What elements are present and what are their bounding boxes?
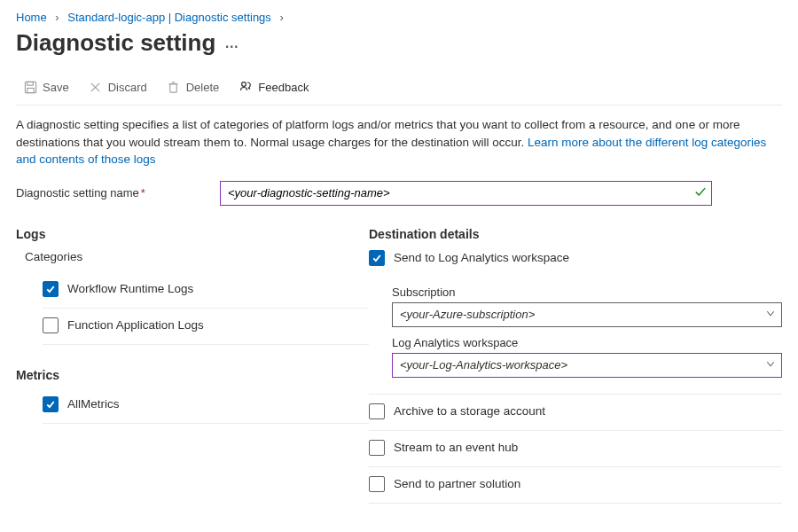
checkbox-send-law[interactable] (369, 250, 385, 266)
log-category-row[interactable]: Function Application Logs (43, 309, 369, 345)
page-title: Diagnostic setting … (16, 29, 782, 57)
valid-check-icon (694, 185, 707, 200)
workspace-select[interactable]: <your-Log-Analytics-workspace> (392, 353, 782, 378)
destination-row-archive[interactable]: Archive to a storage account (369, 395, 782, 431)
checkbox-function-app-logs[interactable] (43, 317, 59, 333)
log-category-row[interactable]: Workflow Runtime Logs (43, 272, 369, 309)
subscription-label: Subscription (392, 286, 782, 299)
delete-icon (167, 80, 181, 94)
subscription-select[interactable]: <your-Azure-subscription> (392, 302, 782, 327)
metrics-label: AllMetrics (67, 397, 120, 411)
metrics-row[interactable]: AllMetrics (43, 387, 369, 424)
toolbar: Save Discard Delete Feedback (16, 73, 782, 106)
feedback-button[interactable]: Feedback (231, 76, 316, 98)
page-title-text: Diagnostic setting (16, 29, 215, 57)
destination-row-law[interactable]: Send to Log Analytics workspace (369, 250, 782, 277)
svg-point-8 (242, 82, 246, 87)
breadcrumb-home[interactable]: Home (16, 11, 47, 24)
metrics-section-title: Metrics (16, 368, 369, 382)
chevron-down-icon (765, 358, 776, 372)
destination-label: Archive to a storage account (394, 404, 545, 418)
checkbox-workflow-runtime[interactable] (43, 281, 59, 297)
checkbox-partner[interactable] (369, 476, 385, 492)
discard-button[interactable]: Discard (82, 76, 154, 98)
ellipsis-icon[interactable]: … (224, 35, 240, 51)
log-category-label: Function Application Logs (67, 318, 204, 332)
diagnostic-name-input[interactable] (220, 181, 712, 206)
feedback-label: Feedback (258, 81, 309, 94)
categories-label: Categories (25, 250, 369, 263)
name-field-row: Diagnostic setting name* (16, 181, 782, 206)
svg-rect-1 (27, 82, 33, 85)
discard-label: Discard (108, 81, 147, 94)
checkbox-archive[interactable] (369, 403, 385, 419)
checkbox-stream[interactable] (369, 440, 385, 456)
feedback-icon (239, 80, 253, 94)
destination-label: Send to Log Analytics workspace (394, 251, 569, 264)
delete-button[interactable]: Delete (160, 76, 227, 98)
workspace-label: Log Analytics workspace (392, 336, 782, 349)
destination-section-title: Destination details (369, 227, 782, 241)
save-button[interactable]: Save (16, 76, 76, 98)
checkbox-allmetrics[interactable] (43, 396, 59, 412)
required-asterisk: * (141, 186, 145, 200)
workspace-value: <your-Log-Analytics-workspace> (400, 358, 567, 372)
breadcrumb: Home › Standard-logic-app | Diagnostic s… (16, 11, 782, 24)
subscription-value: <your-Azure-subscription> (400, 308, 535, 321)
svg-rect-5 (170, 83, 177, 91)
name-field-label: Diagnostic setting name* (16, 186, 220, 200)
destination-label: Stream to an event hub (394, 441, 518, 454)
breadcrumb-app[interactable]: Standard-logic-app | Diagnostic settings (67, 11, 271, 24)
save-label: Save (43, 81, 69, 94)
chevron-right-icon: › (279, 11, 283, 24)
svg-rect-2 (27, 88, 34, 92)
destination-row-stream[interactable]: Stream to an event hub (369, 431, 782, 467)
logs-section-title: Logs (16, 227, 369, 241)
description-text: A diagnostic setting specifies a list of… (16, 116, 782, 168)
chevron-down-icon (765, 308, 776, 321)
chevron-right-icon: › (55, 11, 59, 24)
log-category-label: Workflow Runtime Logs (67, 282, 193, 295)
delete-label: Delete (186, 81, 220, 94)
save-icon (23, 80, 37, 94)
discard-icon (89, 80, 103, 94)
destination-label: Send to partner solution (394, 477, 520, 490)
destination-row-partner[interactable]: Send to partner solution (369, 467, 782, 504)
